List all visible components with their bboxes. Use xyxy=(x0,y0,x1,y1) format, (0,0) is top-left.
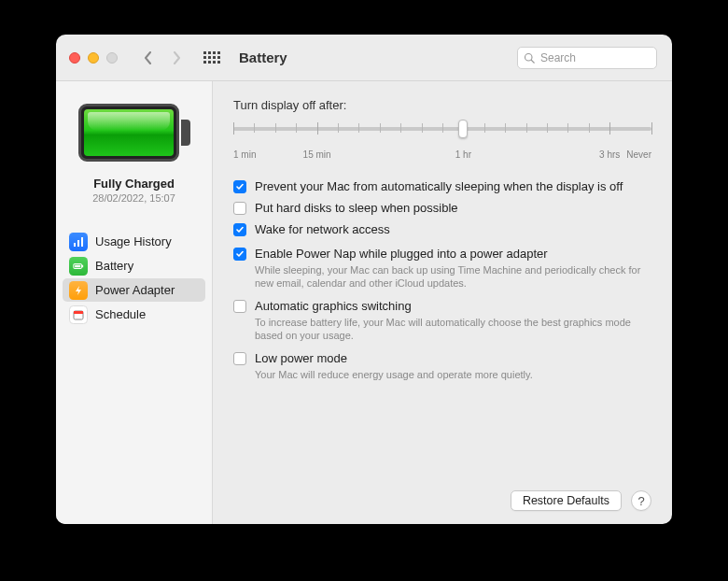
option-description: Your Mac will reduce energy usage and op… xyxy=(255,368,651,381)
window-title: Battery xyxy=(239,50,287,65)
chart-icon xyxy=(69,233,88,251)
option-power-nap[interactable]: Enable Power Nap while plugged into a po… xyxy=(233,247,651,290)
sidebar-item-power-adapter[interactable]: Power Adapter xyxy=(63,278,205,302)
window-controls xyxy=(69,52,118,64)
option-label: Prevent your Mac from automatically slee… xyxy=(255,179,651,194)
svg-line-1 xyxy=(531,60,534,63)
display-sleep-slider[interactable] xyxy=(233,121,651,148)
checkbox[interactable] xyxy=(233,202,246,215)
search-input[interactable] xyxy=(539,50,651,65)
back-button[interactable] xyxy=(138,46,159,70)
sidebar: Fully Charged 28/02/2022, 15:07 Usage Hi… xyxy=(56,81,213,524)
checkbox[interactable] xyxy=(233,223,246,236)
calendar-icon xyxy=(69,305,88,324)
svg-rect-4 xyxy=(81,237,83,247)
search-icon xyxy=(524,52,535,64)
option-label: Automatic graphics switching xyxy=(255,299,651,314)
restore-defaults-button[interactable]: Restore Defaults xyxy=(511,490,622,511)
toolbar: Battery xyxy=(56,35,672,81)
option-wake-network[interactable]: Wake for network access xyxy=(233,222,651,237)
sidebar-item-label: Power Adapter xyxy=(95,283,175,297)
slider-thumb[interactable] xyxy=(458,120,468,138)
checkbox[interactable] xyxy=(233,352,246,365)
sidebar-nav: Usage History Battery Power Adapter xyxy=(56,230,212,326)
option-low-power[interactable]: Low power mode Your Mac will reduce ener… xyxy=(233,351,651,381)
forward-button[interactable] xyxy=(166,46,187,70)
sidebar-item-usage-history[interactable]: Usage History xyxy=(63,230,205,253)
battery-small-icon xyxy=(69,257,88,276)
show-all-icon[interactable] xyxy=(202,46,222,70)
options-list: Prevent your Mac from automatically slee… xyxy=(233,179,651,381)
battery-status-time: 28/02/2022, 15:07 xyxy=(92,192,175,204)
sidebar-item-label: Battery xyxy=(95,259,133,273)
option-label: Enable Power Nap while plugged into a po… xyxy=(255,247,651,262)
slider-tick-labels: 1 min 15 min 1 hr 3 hrs Never xyxy=(233,149,651,163)
checkbox[interactable] xyxy=(233,180,246,193)
sidebar-item-battery[interactable]: Battery xyxy=(63,254,205,277)
svg-rect-3 xyxy=(77,240,79,247)
minimize-window-button[interactable] xyxy=(88,52,99,64)
checkbox[interactable] xyxy=(233,248,246,261)
footer: Restore Defaults ? xyxy=(511,490,651,511)
sidebar-item-label: Usage History xyxy=(95,234,172,248)
preferences-window: Battery Fully Charged 28/02/2022, 15:07 … xyxy=(56,35,672,524)
option-label: Put hard disks to sleep when possible xyxy=(255,201,651,216)
window-body: Fully Charged 28/02/2022, 15:07 Usage Hi… xyxy=(56,81,672,524)
zoom-window-button[interactable] xyxy=(106,52,118,64)
svg-rect-2 xyxy=(74,243,76,247)
battery-icon xyxy=(78,104,190,162)
option-auto-graphics[interactable]: Automatic graphics switching To increase… xyxy=(233,299,651,342)
option-label: Low power mode xyxy=(255,351,651,366)
option-description: While sleeping, your Mac can back up usi… xyxy=(255,263,651,290)
sidebar-item-label: Schedule xyxy=(95,307,146,321)
help-button[interactable]: ? xyxy=(631,490,651,511)
close-window-button[interactable] xyxy=(69,52,80,64)
option-description: To increase battery life, your Mac will … xyxy=(255,316,651,342)
option-hard-disks-sleep[interactable]: Put hard disks to sleep when possible xyxy=(233,201,651,216)
svg-rect-9 xyxy=(74,311,83,314)
checkbox[interactable] xyxy=(233,300,246,313)
slider-label: Turn display off after: xyxy=(233,98,651,112)
sidebar-item-schedule[interactable]: Schedule xyxy=(63,303,205,326)
svg-rect-6 xyxy=(82,264,83,267)
search-field[interactable] xyxy=(517,47,657,69)
bolt-icon xyxy=(69,281,88,300)
svg-rect-7 xyxy=(75,264,80,267)
option-prevent-sleep[interactable]: Prevent your Mac from automatically slee… xyxy=(233,179,651,194)
option-label: Wake for network access xyxy=(255,222,651,237)
battery-status-label: Fully Charged xyxy=(93,177,175,191)
main-panel: Turn display off after: xyxy=(213,81,672,524)
